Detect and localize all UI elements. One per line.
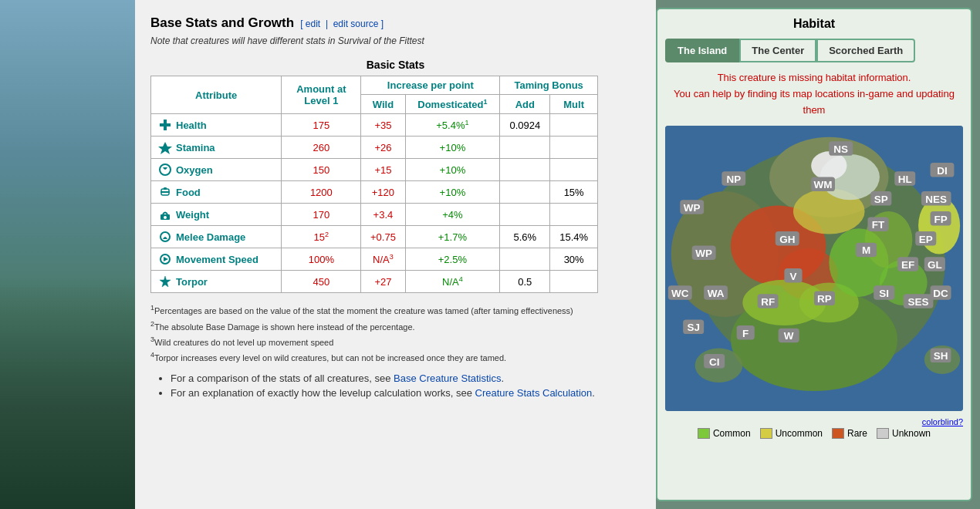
habitat-panel: Habitat The Island The Center Scorched E…: [656, 8, 972, 501]
wild-5: +0.75: [361, 226, 405, 248]
tab-island[interactable]: The Island: [665, 39, 739, 62]
stamina-icon: [157, 140, 173, 155]
mult-0: [550, 114, 598, 137]
table-title: Basic Stats: [150, 59, 640, 71]
attr-name-4: Weight: [176, 209, 209, 221]
mult-header: Mult: [550, 95, 598, 114]
dom-1: +10%: [405, 137, 500, 159]
svg-marker-11: [160, 276, 171, 287]
bullet-item-2: For an explanation of exactly how the le…: [171, 387, 640, 399]
dom-7: N/A4: [405, 271, 500, 293]
dom-3: +10%: [405, 181, 500, 204]
svg-text:WP: WP: [684, 203, 701, 214]
legend: Common Uncommon Rare Unknown: [665, 428, 963, 439]
amount-0: 175: [282, 114, 361, 137]
bullet-item-1: For a comparison of the stats of all cre…: [171, 372, 640, 384]
wild-3: +120: [361, 181, 405, 204]
svg-text:SJ: SJ: [687, 322, 700, 334]
mult-1: [550, 137, 598, 159]
tab-scorched-earth[interactable]: Scorched Earth: [816, 39, 915, 62]
dom-5: +1.7%: [405, 226, 500, 248]
main-content: Base Stats and Growth [ edit | edit sour…: [135, 0, 656, 509]
svg-text:SES: SES: [908, 297, 929, 308]
dom-2: +10%: [405, 159, 500, 181]
wild-header: Wild: [361, 95, 405, 114]
attr-name-5: Melee Damage: [176, 231, 245, 243]
svg-point-27: [811, 152, 847, 180]
creature-stats-calc-link[interactable]: Creature Stats Calculation: [475, 387, 593, 399]
svg-text:HL: HL: [898, 174, 912, 186]
amount-1: 260: [282, 137, 361, 159]
svg-text:GH: GH: [779, 234, 795, 245]
uncommon-label: Uncommon: [776, 428, 823, 439]
unknown-swatch: [877, 428, 889, 439]
attr-cell-melee-damage: Melee Damage: [151, 226, 282, 248]
attr-name-1: Stamina: [176, 142, 215, 153]
svg-text:GL: GL: [928, 260, 942, 271]
svg-text:V: V: [789, 271, 796, 282]
colorblind-anchor[interactable]: colorblind?: [922, 417, 963, 426]
add-6: [500, 248, 550, 271]
amount-3: 1200: [282, 181, 361, 204]
legend-uncommon: Uncommon: [760, 428, 823, 439]
wild-0: +35: [361, 114, 405, 137]
health-icon: [157, 117, 173, 133]
increase-header: Increase per point: [361, 76, 500, 95]
svg-text:M: M: [862, 245, 870, 257]
base-creature-stats-link[interactable]: Base Creature Statistics: [394, 372, 501, 384]
svg-text:WA: WA: [708, 288, 725, 300]
add-5: 5.6%: [500, 226, 550, 248]
svg-rect-1: [160, 123, 171, 126]
amount-7: 450: [282, 271, 361, 293]
bullet-list: For a comparison of the stats of all cre…: [158, 372, 640, 399]
attr-cell-torpor: Torpor: [151, 271, 282, 293]
attr-cell-movement-speed: Movement Speed: [151, 248, 282, 271]
footnotes: 1Percentages are based on the value of t…: [150, 302, 640, 365]
mult-2: [550, 159, 598, 181]
attr-name-6: Movement Speed: [176, 254, 259, 265]
uncommon-swatch: [760, 428, 772, 439]
missing-text-1: This creature is missing habitat informa…: [718, 72, 911, 83]
svg-text:SP: SP: [874, 194, 888, 206]
svg-text:FT: FT: [872, 220, 884, 231]
svg-text:FP: FP: [934, 214, 947, 225]
svg-text:NES: NES: [925, 194, 947, 206]
dom-6: +2.5%: [405, 248, 500, 271]
unknown-label: Unknown: [892, 428, 931, 439]
colorblind-link[interactable]: colorblind?: [665, 417, 963, 426]
edit-source-link[interactable]: edit source: [333, 19, 379, 29]
amount-4: 170: [282, 204, 361, 226]
attr-name-7: Torpor: [176, 276, 208, 288]
attr-cell-oxygen: Oxygen: [151, 159, 282, 181]
svg-text:NP: NP: [726, 174, 741, 186]
mult-3: 15%: [550, 181, 598, 204]
svg-text:CI: CI: [709, 356, 719, 368]
svg-text:EP: EP: [919, 234, 933, 245]
svg-text:SI: SI: [879, 288, 889, 300]
tab-center[interactable]: The Center: [739, 39, 816, 62]
amount-6: 100%: [282, 248, 361, 271]
map-container: NS DI NP WM HL SP NES: [665, 126, 963, 411]
section-title: Base Stats and Growth [ edit | edit sour…: [150, 15, 384, 30]
oxygen-icon: [157, 162, 173, 177]
attr-cell-weight: Weight: [151, 204, 282, 226]
attr-name-0: Health: [176, 120, 207, 131]
edit-link[interactable]: edit: [306, 19, 320, 29]
add-2: [500, 159, 550, 181]
legend-unknown: Unknown: [877, 428, 931, 439]
tabs-container: The Island The Center Scorched Earth: [665, 39, 963, 62]
weight-icon: [157, 207, 173, 222]
dom-0: +5.4%1: [405, 114, 500, 137]
section-title-text: Base Stats and Growth: [150, 15, 294, 30]
attr-header: Attribute: [151, 76, 282, 114]
svg-point-8: [164, 216, 167, 219]
missing-text-2: You can help by finding its map location…: [674, 88, 955, 116]
note-text: Note that creatures will have different …: [150, 35, 640, 46]
common-label: Common: [713, 428, 751, 439]
amount-2: 150: [282, 159, 361, 181]
domesticated-header: Domesticated1: [405, 95, 500, 114]
mult-6: 30%: [550, 248, 598, 271]
edit-links: [ edit | edit source ]: [298, 19, 384, 29]
attr-name-2: Oxygen: [176, 164, 213, 176]
habitat-title: Habitat: [665, 17, 963, 31]
